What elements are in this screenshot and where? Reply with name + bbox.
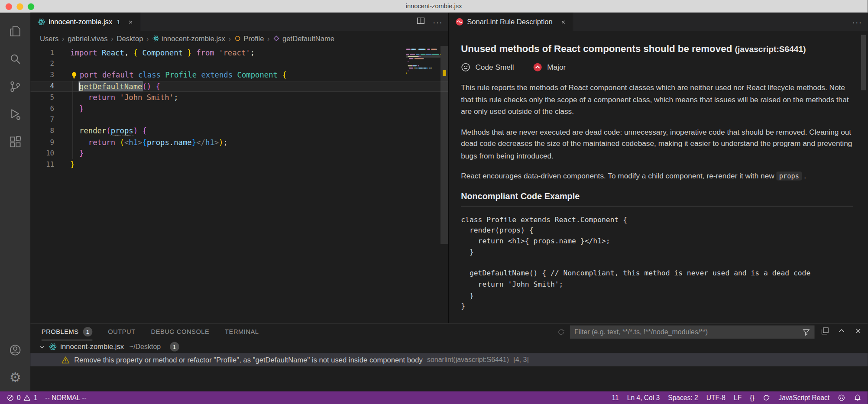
file-path: ~/Desktop xyxy=(130,343,161,351)
accounts-icon[interactable] xyxy=(0,336,30,364)
search-icon[interactable] xyxy=(0,45,30,73)
code-token: { xyxy=(142,138,146,146)
explorer-icon[interactable] xyxy=(0,17,30,45)
code-token: ( xyxy=(120,138,124,146)
code-token: > xyxy=(138,138,142,146)
panel-tab-output[interactable]: OUTPUT xyxy=(108,324,135,340)
class-icon xyxy=(234,35,242,42)
minimap-line xyxy=(431,48,436,50)
code-editor[interactable]: 1import React, { Component } from 'react… xyxy=(30,46,448,323)
close-tab-icon[interactable] xyxy=(128,19,133,25)
minimize-window-button[interactable] xyxy=(16,3,23,10)
tab-badge: 1 xyxy=(117,19,120,25)
cursor-position[interactable]: Ln 4, Col 3 xyxy=(627,394,660,401)
line-number: 2 xyxy=(30,58,64,69)
code-token: render xyxy=(79,126,106,135)
run-debug-icon[interactable] xyxy=(0,100,30,128)
rule-panel-scrollbar[interactable] xyxy=(861,35,866,90)
indentation-setting[interactable]: Spaces: 2 xyxy=(668,394,698,401)
code-line[interactable]: 1import React, { Component } from 'react… xyxy=(30,47,448,58)
panel-tab-terminal[interactable]: TERMINAL xyxy=(225,324,259,340)
vim-mode-indicator[interactable]: -- NORMAL -- xyxy=(45,394,86,401)
rule-title: Unused methods of React components shoul… xyxy=(461,43,853,55)
minimap-line xyxy=(432,53,439,55)
line-number: 7 xyxy=(30,114,64,125)
breadcrumb-item-gabriel.vivas[interactable]: gabriel.vivas xyxy=(68,34,107,42)
close-tab-icon[interactable] xyxy=(560,19,566,25)
braces-indicator[interactable]: {} xyxy=(750,394,754,401)
problem-row[interactable]: Remove this property or method or refact… xyxy=(30,353,868,366)
minimap-line xyxy=(418,65,419,67)
example-code-line: return <h1>{ props.name }</h1>; xyxy=(461,236,853,246)
code-line[interactable]: 8 render(props) { xyxy=(30,125,448,136)
code-token: ; xyxy=(223,138,228,146)
tab-innocent-zombie[interactable]: innocent-zombie.jsx 1 xyxy=(30,13,141,31)
code-token: ) xyxy=(219,138,223,146)
problems-panel: PROBLEMS1OUTPUTDEBUG CONSOLETERMINAL xyxy=(30,323,868,391)
chevron-down-icon xyxy=(39,343,45,350)
feedback-icon[interactable] xyxy=(838,394,845,401)
close-panel-icon[interactable] xyxy=(855,327,862,337)
breadcrumb-separator: › xyxy=(62,34,65,42)
code-line[interactable]: 7 xyxy=(30,114,448,125)
problems-status[interactable]: 0 1 xyxy=(6,394,37,401)
refresh-icon[interactable] xyxy=(557,328,565,338)
problem-message: Remove this property or method or refact… xyxy=(74,356,423,364)
badge-major: Major xyxy=(533,62,566,72)
minimap[interactable] xyxy=(406,48,440,170)
breadcrumb-item-innocent-zombie.jsx[interactable]: innocent-zombie.jsx xyxy=(152,34,225,42)
panel-tab-debug-console[interactable]: DEBUG CONSOLE xyxy=(151,324,210,340)
breadcrumb-label: Desktop xyxy=(117,34,143,42)
code-text: getDefaultName() { xyxy=(64,81,160,92)
eol-setting[interactable]: LF xyxy=(734,394,742,401)
panel-views-icon[interactable] xyxy=(821,327,829,337)
overview-warning-marker xyxy=(443,70,446,76)
code-token xyxy=(214,48,219,57)
zoom-window-button[interactable] xyxy=(28,3,34,10)
code-line[interactable]: 5 return 'John Smith'; xyxy=(30,92,448,103)
breadcrumb: Users›gabriel.vivas›Desktop›innocent-zom… xyxy=(30,31,448,46)
code-line[interactable]: 11} xyxy=(30,159,448,170)
code-token: 'react' xyxy=(219,48,250,57)
filter-input[interactable] xyxy=(574,328,802,336)
extensions-icon[interactable] xyxy=(0,128,30,155)
bell-icon[interactable] xyxy=(854,394,861,401)
react-file-icon xyxy=(37,18,45,26)
breadcrumb-item-Desktop[interactable]: Desktop xyxy=(117,34,143,42)
language-mode[interactable]: JavaScript React xyxy=(778,394,829,401)
encoding-setting[interactable]: UTF-8 xyxy=(706,394,725,401)
settings-gear-icon[interactable]: ⚙︎ xyxy=(0,364,30,391)
sonarlint-icon xyxy=(455,18,463,26)
panel-tab-badge: 1 xyxy=(83,327,93,336)
tab-sonarlint-rule-description[interactable]: SonarLint Rule Description xyxy=(449,13,573,31)
lightbulb-icon[interactable] xyxy=(70,71,80,79)
more-actions-icon[interactable]: ··· xyxy=(433,17,443,27)
filter-funnel-icon[interactable] xyxy=(802,328,810,336)
code-token: extends xyxy=(201,71,233,79)
code-line[interactable]: 6 } xyxy=(30,103,448,114)
maximize-panel-icon[interactable] xyxy=(838,327,845,337)
notification-count[interactable]: 11 xyxy=(612,394,619,401)
code-text: } xyxy=(64,159,75,170)
example-heading: Noncompliant Code Example xyxy=(461,191,853,201)
breadcrumb-item-Profile[interactable]: Profile xyxy=(234,34,264,42)
react-file-icon xyxy=(152,35,159,42)
rule-key: (javascript:S6441) xyxy=(735,44,806,54)
rule-title-text: Unused methods of React components shoul… xyxy=(461,43,732,55)
code-line[interactable]: 4 getDefaultName() { xyxy=(30,81,448,92)
code-line[interactable]: 2 xyxy=(30,58,448,69)
close-window-button[interactable] xyxy=(6,3,12,10)
split-editor-icon[interactable] xyxy=(417,16,425,27)
code-text: render(props) { xyxy=(64,125,147,136)
breadcrumb-item-Users[interactable]: Users xyxy=(40,34,58,42)
code-line[interactable]: 3port default class Profile extends Comp… xyxy=(30,69,448,81)
more-actions-icon[interactable]: ··· xyxy=(852,17,862,27)
breadcrumb-item-getDefaultName[interactable]: getDefaultName xyxy=(273,34,334,42)
minimap-line xyxy=(415,48,416,50)
panel-tab-problems[interactable]: PROBLEMS1 xyxy=(42,324,93,340)
problems-file-row[interactable]: innocent-zombie.jsx ~/Desktop 1 xyxy=(30,340,868,353)
source-control-icon[interactable] xyxy=(0,72,30,100)
code-line[interactable]: 10 } xyxy=(30,148,448,159)
sync-icon[interactable] xyxy=(763,394,770,401)
code-line[interactable]: 9 return (<h1>{props.name}</h1>); xyxy=(30,136,448,148)
